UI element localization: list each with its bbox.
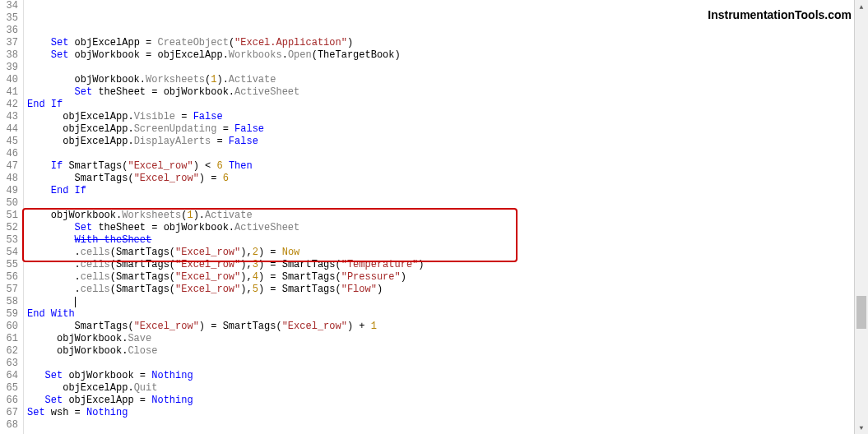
code-line[interactable]: objExcelApp.DisplayAlerts = False <box>27 136 856 148</box>
code-line[interactable]: .cells(SmartTags("Excel_row"),5) = Smart… <box>27 284 856 296</box>
line-number: 61 <box>2 333 18 345</box>
line-number: 57 <box>2 284 18 296</box>
line-number: 63 <box>2 358 18 370</box>
code-line[interactable]: objExcelApp.Quit <box>27 382 856 395</box>
line-number: 56 <box>2 271 18 284</box>
watermark-label: InstrumentationTools.com <box>708 8 852 21</box>
line-number: 40 <box>2 74 18 86</box>
code-line[interactable]: Set theSheet = objWorkbook.ActiveSheet <box>27 222 856 234</box>
line-number: 68 <box>2 419 18 432</box>
line-number-gutter: 3435363738394041424344454647484950515253… <box>0 0 24 434</box>
line-number: 64 <box>2 370 18 382</box>
line-number: 49 <box>2 185 18 197</box>
scroll-down-arrow[interactable]: ▼ <box>855 421 868 434</box>
code-line[interactable]: End With <box>27 308 856 321</box>
line-number: 42 <box>2 99 18 111</box>
text-cursor <box>75 297 76 307</box>
line-number: 60 <box>2 321 18 333</box>
code-line[interactable]: .cells(SmartTags("Excel_row"),4) = Smart… <box>27 271 856 284</box>
code-line[interactable]: Set objExcelApp = CreateObject("Excel.Ap… <box>27 37 856 49</box>
code-line[interactable] <box>27 62 856 74</box>
code-line[interactable]: objWorkbook.Worksheets(1).Activate <box>27 210 856 222</box>
code-line[interactable]: Set theSheet = objWorkbook.ActiveSheet <box>27 86 856 99</box>
code-line[interactable]: objWorkbook.Close <box>27 345 856 358</box>
line-number: 55 <box>2 259 18 271</box>
code-line[interactable] <box>27 358 856 370</box>
line-number: 38 <box>2 49 18 62</box>
code-line[interactable]: objWorkbook.Worksheets(1).Activate <box>27 74 856 86</box>
scroll-up-arrow[interactable]: ▲ <box>855 0 868 13</box>
code-line[interactable]: Set objWorkbook = Nothing <box>27 370 856 382</box>
line-number: 47 <box>2 160 18 173</box>
scroll-thumb[interactable] <box>856 296 866 329</box>
code-line[interactable] <box>27 419 856 432</box>
code-line[interactable]: End If <box>27 185 856 197</box>
line-number: 36 <box>2 25 18 37</box>
line-number: 41 <box>2 86 18 99</box>
code-line[interactable]: SmartTags("Excel_row") = SmartTags("Exce… <box>27 321 856 333</box>
line-number: 43 <box>2 111 18 123</box>
line-number: 62 <box>2 345 18 358</box>
code-line[interactable]: objExcelApp.Visible = False <box>27 111 856 123</box>
line-number: 65 <box>2 382 18 395</box>
line-number: 45 <box>2 136 18 148</box>
line-number: 58 <box>2 296 18 308</box>
vertical-scrollbar[interactable]: ▲ ▼ <box>854 0 868 434</box>
code-text-area[interactable]: Set objExcelApp = CreateObject("Excel.Ap… <box>24 0 856 434</box>
code-line[interactable]: .cells(SmartTags("Excel_row"),3) = Smart… <box>27 259 856 271</box>
code-line[interactable]: SmartTags("Excel_row") = 6 <box>27 173 856 185</box>
line-number: 51 <box>2 210 18 222</box>
code-line[interactable]: Set wsh = Nothing <box>27 407 856 419</box>
code-editor[interactable]: 3435363738394041424344454647484950515253… <box>0 0 856 434</box>
code-line[interactable] <box>27 296 856 308</box>
line-number: 46 <box>2 148 18 160</box>
code-line[interactable]: End If <box>27 99 856 111</box>
line-number: 44 <box>2 123 18 136</box>
line-number: 37 <box>2 37 18 49</box>
code-line[interactable]: .cells(SmartTags("Excel_row"),2) = Now <box>27 247 856 259</box>
code-line[interactable] <box>27 148 856 160</box>
line-number: 48 <box>2 173 18 185</box>
code-line[interactable]: If SmartTags("Excel_row") < 6 Then <box>27 160 856 173</box>
line-number: 67 <box>2 407 18 419</box>
code-line[interactable]: objWorkbook.Save <box>27 333 856 345</box>
line-number: 66 <box>2 395 18 407</box>
line-number: 35 <box>2 12 18 25</box>
code-line[interactable]: objExcelApp.ScreenUpdating = False <box>27 123 856 136</box>
line-number: 39 <box>2 62 18 74</box>
line-number: 59 <box>2 308 18 321</box>
line-number: 54 <box>2 247 18 259</box>
line-number: 52 <box>2 222 18 234</box>
code-line[interactable] <box>27 197 856 210</box>
code-line[interactable]: With theSheet <box>27 234 856 247</box>
line-number: 53 <box>2 234 18 247</box>
line-number: 34 <box>2 0 18 12</box>
code-line[interactable]: Set objWorkbook = objExcelApp.Workbooks.… <box>27 49 856 62</box>
line-number: 50 <box>2 197 18 210</box>
code-line[interactable]: Set objExcelApp = Nothing <box>27 395 856 407</box>
